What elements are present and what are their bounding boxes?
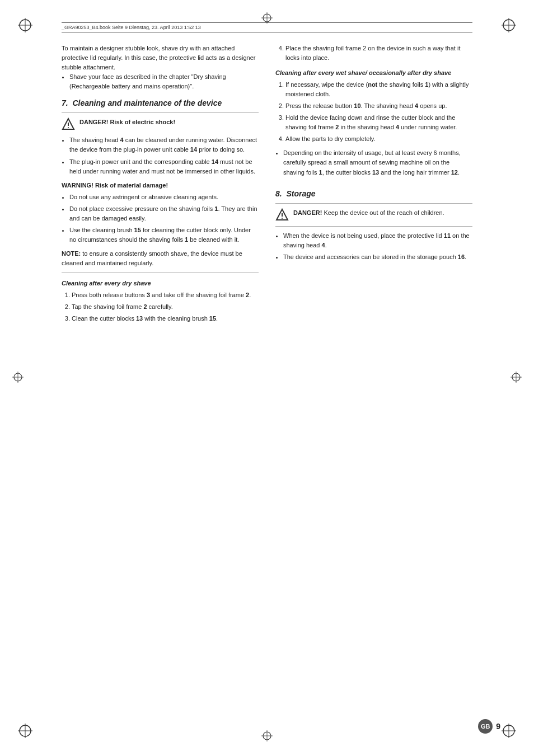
wet-step-3: Hold the device facing down and rinse th… [285,113,472,132]
gb-badge: GB [478,719,493,734]
danger-title: DANGER! Risk of electric shock! [79,118,175,127]
svg-point-26 [68,127,69,128]
reg-mark-mid-right [510,372,522,385]
storage-bullets: When the device is not being used, place… [283,231,472,262]
page-badge-container: GB 9 [478,719,500,734]
intro-bullet: Shave your face as described in the chap… [69,72,259,91]
storage-danger-icon [275,208,289,222]
reg-mark-mid-left [12,372,24,385]
section-7-divider [62,112,259,113]
wet-step-1: If necessary, wipe the device (not the s… [285,80,472,99]
warning-title: WARNING! Risk of material damage! [62,181,259,190]
main-content: To maintain a designer stubble look, sha… [62,44,472,328]
reg-mark-top-center [261,12,273,26]
danger-icon [62,118,75,131]
section-7-heading: 7. Cleaning and maintenance of the devic… [62,98,259,108]
storage-danger-title: DANGER! [293,209,322,216]
warning-bullet-2: Do not place excessive pressure on the s… [69,204,259,223]
reg-mark-bottom-right [500,722,517,739]
reg-mark-bottom-left [17,722,34,739]
reg-mark-top-left [17,17,34,34]
note-divider [62,273,259,273]
wet-bullet-1: Depending on the intensity of usage, but… [283,148,472,177]
reg-mark-top-right [500,17,517,34]
danger-box: DANGER! Risk of electric shock! [62,118,259,131]
sub-dry-heading: Cleaning after every dry shave [62,279,259,288]
intro-paragraph: To maintain a designer stubble look, sha… [62,44,259,91]
storage-danger-content: DANGER! Keep the device out of the reach… [293,208,444,218]
right-column: Place the shaving foil frame 2 on the de… [275,44,472,328]
section-8-divider [275,203,472,204]
header-text: _GRA90253_B4.book Seite 9 Dienstag, 23. … [62,25,201,30]
storage-danger-text: Keep the device out of the reach of chil… [324,209,444,216]
danger-bullets: The shaving head 4 can be cleaned under … [69,135,259,176]
storage-danger-box: DANGER! Keep the device out of the reach… [275,208,472,222]
left-column: To maintain a designer stubble look, sha… [62,44,259,328]
dry-step-1: Press both release buttons 3 and take of… [72,290,259,300]
wet-shave-bullets: Depending on the intensity of usage, but… [283,148,472,177]
section-8-title: Storage [286,189,315,198]
danger-bullet-1: The shaving head 4 can be cleaned under … [69,135,259,154]
danger-content: DANGER! Risk of electric shock! [79,118,175,127]
section-7-title: Cleaning and maintenance of the device [72,98,222,107]
note-text: NOTE: to ensure a consistently smooth sh… [62,249,259,268]
warning-bullets: Do not use any astringent or abrasive cl… [69,192,259,245]
page-footer: GB 9 [34,719,500,734]
dry-step-2: Tap the shaving foil frame 2 carefully. [72,302,259,312]
storage-bullet-1: When the device is not being used, place… [283,231,472,250]
storage-divider [275,226,472,227]
section-8-heading: 8. Storage [275,189,472,199]
warning-bullet-1: Do not use any astringent or abrasive cl… [69,192,259,202]
section-8-number: 8. [275,189,282,198]
dry-shave-step-4-list: Place the shaving foil frame 2 on the de… [285,44,472,63]
dry-step-3: Clean the cutter blocks 13 with the clea… [72,314,259,323]
document-page: _GRA90253_B4.book Seite 9 Dienstag, 23. … [0,0,534,756]
section-7-number: 7. [62,98,68,107]
danger-bullet-2: The plug-in power unit and the correspon… [69,157,259,176]
wet-shave-steps: If necessary, wipe the device (not the s… [285,80,472,144]
wet-step-2: Press the release button 10. The shaving… [285,101,472,111]
page-number: 9 [496,722,500,731]
svg-point-29 [282,218,283,219]
wet-step-4: Allow the parts to dry completely. [285,134,472,144]
intro-text-para: To maintain a designer stubble look, sha… [62,44,259,72]
dry-shave-steps: Press both release buttons 3 and take of… [72,290,259,323]
dry-step-4: Place the shaving foil frame 2 on the de… [285,44,472,63]
warning-bullet-3: Use the cleaning brush 15 for cleaning t… [69,226,259,245]
sub-wet-heading: Cleaning after every wet shave/ occasion… [275,68,472,78]
storage-bullet-2: The device and accessories can be stored… [283,252,472,262]
